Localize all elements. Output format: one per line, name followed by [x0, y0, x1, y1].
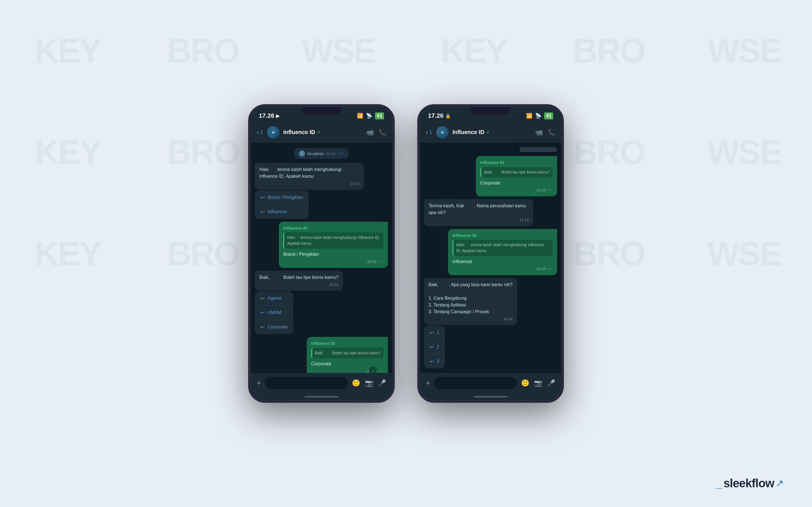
phone-2: 17.26 🔒 📶 📡 41 ‹ 1 — [417, 104, 564, 403]
sleekflow-logo: _ sleekflow ↗ — [716, 476, 784, 490]
home-bar-2 — [474, 396, 507, 397]
option-3[interactable]: ↩ 3 — [424, 354, 445, 369]
status-time-1: 17.26 ▶ — [259, 112, 280, 119]
bubble-corporate-2: Influence ID Baik, . Boleh tau tipe bisn… — [476, 156, 557, 196]
option-umkm[interactable]: ↩ UMKM — [255, 305, 293, 320]
video-call-icon[interactable]: 📹 — [366, 129, 373, 136]
options-group-bisnis: ↩ Agensi ↩ UMKM ↩ Corporate — [255, 291, 293, 334]
verified-badge-2: ✓ — [486, 129, 490, 135]
check-inf: ✓✓ — [546, 267, 553, 271]
message-input-1[interactable] — [265, 377, 348, 389]
dropdown-agensi[interactable]: ↩ Agensi — [519, 147, 557, 152]
option-icon-2: ↩ — [260, 209, 265, 215]
scroll-down[interactable]: ⌄ — [369, 367, 377, 373]
bubble-text-help: Baik, . Apa yang bisa kami bantu nih?1. … — [428, 281, 513, 315]
plus-button-1[interactable]: + — [257, 379, 261, 388]
bubble-brand: Influence ID Halo terima kasih telah men… — [279, 222, 388, 268]
camera-icon[interactable]: 📷 — [365, 379, 373, 387]
bubble-influencer: Influence ID Halo terima kasih telah men… — [448, 229, 557, 275]
phone-1: 17.26 ▶ 📶 📡 41 ‹ 1 — [248, 104, 395, 403]
msg-time-inf: 14.34 ✓✓ — [536, 266, 553, 272]
back-button-2[interactable]: ‹ 1 — [426, 128, 432, 136]
option-2[interactable]: ↩ 2 — [424, 340, 445, 354]
message-input-2[interactable] — [434, 377, 517, 389]
dropdown-menu: ↩ Agensi ↩ UMKM ↩ Corporate — [519, 147, 557, 152]
header-name-2: Influence ID ✓ — [453, 129, 531, 135]
chat-body-2: ↩ Agensi ↩ UMKM ↩ Corporate Influence ID… — [420, 143, 561, 373]
chat-body-1: i Hi admin 14.11 ✓✓ Halo terima kasih te… — [251, 143, 392, 373]
status-time-2: 17.26 🔒 — [428, 112, 451, 119]
opt3-label: 3 — [437, 359, 439, 364]
bubble-greeting-1: Halo terima kasih telah menghubungi Infl… — [255, 163, 364, 190]
option-1[interactable]: ↩ 1 — [424, 326, 445, 340]
msg-text-brand: Brand / Pengiklan — [283, 251, 384, 258]
option-influencer[interactable]: ↩ Influencer — [255, 205, 309, 219]
quote-corp: Baik, . Boleh tau tipe bisnis kamu? — [311, 348, 384, 358]
verified-badge-1: ✓ — [317, 129, 320, 135]
option-brand[interactable]: ↩ Brand / Pengiklan — [255, 190, 309, 205]
msg-corporate-sent-2: Influence ID Baik, . Boleh tau tipe bisn… — [424, 156, 557, 196]
status-icons-2: 📶 📡 41 — [526, 112, 553, 119]
sender-name-inf: Influence ID — [453, 232, 553, 239]
quote-corp-2: Baik, . Boleh tau tipe bisnis kamu? — [480, 167, 553, 177]
sticker-icon[interactable]: 🙂 — [352, 379, 360, 387]
video-call-icon-2[interactable]: 📹 — [535, 129, 543, 136]
sleekflow-underscore: _ — [716, 476, 722, 490]
status-icons-1: 📶 📡 41 — [357, 112, 384, 119]
check-1: ✓✓ — [377, 260, 384, 264]
header-name-1: Influence ID ✓ — [283, 129, 362, 135]
info-time: 14.11 — [326, 152, 336, 156]
location-icon: ▶ — [276, 113, 280, 119]
opt1-label: 1 — [437, 330, 439, 335]
header-icons-1: 📹 📞 — [366, 129, 386, 136]
bubble-text-bisnis: Baik, Boleh tau tipe bisnis kamu? — [259, 274, 338, 281]
mic-icon[interactable]: 🎤 — [378, 379, 386, 387]
option-agensi[interactable]: ↩ Agensi — [255, 291, 293, 305]
msg-time: 14.11 — [350, 181, 359, 186]
msg-corporate-sent: Influence ID Baik, . Boleh tau tipe bisn… — [255, 337, 388, 373]
phone-call-icon-2[interactable]: 📞 — [548, 129, 555, 136]
bubble-corporate: Influence ID Baik, . Boleh tau tipe bisn… — [307, 337, 388, 373]
msg-text-influencer: Influencer — [453, 258, 553, 265]
avatar-1 — [267, 126, 280, 138]
agensi-icon: ↩ — [260, 295, 265, 301]
sender-name-corp: Influence ID — [311, 340, 384, 347]
option-corporate[interactable]: ↩ Corporate — [255, 320, 293, 334]
opt2-label: 2 — [437, 344, 439, 349]
option-label-corporate: Corporate — [267, 325, 288, 330]
battery-1: 41 — [375, 112, 384, 119]
signal-icon: 📶 — [357, 113, 363, 119]
sender-name-corp-2: Influence ID — [480, 159, 553, 166]
lock-icon: 🔒 — [445, 113, 451, 119]
sleekflow-text: sleekflow — [723, 476, 774, 490]
option-icon-1: ↩ — [260, 194, 265, 201]
bubble-text-nama: Terima kasih, Kak . Nama perusahaan kamu… — [428, 203, 529, 216]
opt2-icon: ↩ — [430, 344, 434, 350]
bottom-bar-2: + 🙂 📷 🎤 — [420, 373, 561, 393]
header-info-1: Influence ID ✓ — [283, 129, 362, 135]
phone-call-icon[interactable]: 📞 — [378, 129, 386, 136]
back-button-1[interactable]: ‹ 1 — [257, 128, 263, 136]
msg-time-bisnis: 14.12 — [329, 282, 339, 288]
quote-1: Halo terima kasih telah menghubungi Infl… — [283, 232, 384, 249]
mic-icon-2[interactable]: 🎤 — [547, 379, 555, 387]
opt1-icon: ↩ — [430, 330, 434, 336]
sticker-icon-2[interactable]: 🙂 — [521, 379, 529, 387]
home-indicator-1 — [251, 393, 392, 400]
options-group-help: ↩ 1 ↩ 2 ↩ 3 — [424, 326, 445, 369]
header-icons-2: 📹 📞 — [535, 129, 555, 136]
msg-time-brand: 14.12 ✓✓ — [367, 259, 384, 265]
notch-2 — [471, 107, 510, 115]
bottom-icons-2: 🙂 📷 🎤 — [521, 379, 555, 387]
chevron-left-icon: ‹ — [257, 128, 259, 136]
msg-brand-sent: Influence ID Halo terima kasih telah men… — [255, 222, 388, 268]
phones-container: 17.26 ▶ 📶 📡 41 ‹ 1 — [248, 104, 564, 403]
plus-button-2[interactable]: + — [426, 379, 430, 388]
quote-inf: Halo terima kasih telah menghubungi Infl… — [453, 240, 553, 256]
wifi-icon-2: 📡 — [535, 113, 541, 119]
msg-time-nama: 14.13 — [519, 217, 529, 223]
battery-2: 41 — [544, 112, 553, 119]
msg-time-help: 14.34 — [503, 316, 513, 322]
msg-text-corporate-2: Corporate — [480, 180, 553, 186]
camera-icon-2[interactable]: 📷 — [534, 379, 543, 387]
